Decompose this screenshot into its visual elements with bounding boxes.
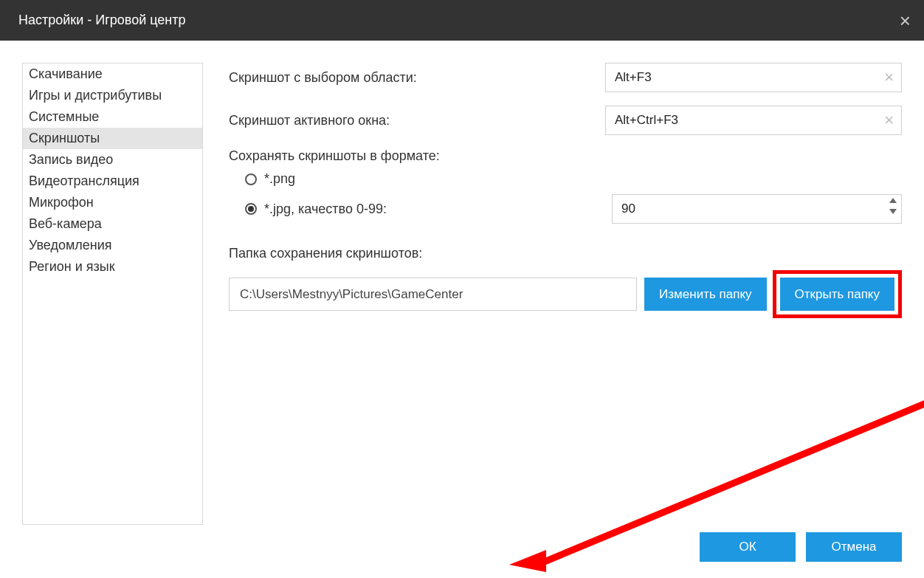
radio-png[interactable] [245, 173, 257, 185]
open-folder-button[interactable]: Открыть папку [780, 278, 894, 311]
spinner-down-icon[interactable] [889, 209, 897, 214]
label-format: Сохранять скриншоты в формате: [229, 148, 902, 164]
row-hotkey-area: Скриншот с выбором области: Alt+F3 × [229, 63, 902, 92]
ok-button[interactable]: ОК [700, 532, 796, 562]
main-panel: Скриншот с выбором области: Alt+F3 × Скр… [203, 63, 902, 578]
settings-window: Настройки - Игровой центр × Скачивание И… [0, 0, 924, 578]
label-folder: Папка сохранения скриншотов: [229, 246, 902, 261]
sidebar-item-region-language[interactable]: Регион и язык [23, 256, 202, 278]
folder-path-value: C:\Users\Mestnyy\Pictures\GameCenter [240, 287, 463, 302]
hotkey-area-value: Alt+F3 [615, 70, 652, 85]
sidebar-item-video-record[interactable]: Запись видео [23, 149, 202, 171]
row-hotkey-window: Скриншот активного окна: Alt+Ctrl+F3 × [229, 106, 902, 135]
row-format-png: *.png [229, 171, 902, 187]
radio-png-label: *.png [264, 171, 295, 187]
clear-icon[interactable]: × [884, 69, 894, 86]
close-icon[interactable]: × [900, 11, 911, 30]
radio-jpg-label: *.jpg, качество 0-99: [264, 202, 387, 217]
label-hotkey-area: Скриншот с выбором области: [229, 70, 605, 86]
sidebar-item-notifications[interactable]: Уведомления [23, 235, 202, 256]
sidebar-item-download[interactable]: Скачивание [23, 63, 202, 85]
sidebar-item-games[interactable]: Игры и дистрибутивы [23, 85, 202, 106]
sidebar-item-streaming[interactable]: Видеотрансляция [23, 171, 202, 192]
sidebar-item-screenshots[interactable]: Скриншоты [23, 128, 202, 149]
spinner-arrows [889, 198, 897, 214]
footer: ОК Отмена [700, 532, 902, 562]
highlight-frame: Открыть папку [773, 270, 902, 318]
sidebar-item-microphone[interactable]: Микрофон [23, 192, 202, 213]
titlebar: Настройки - Игровой центр × [0, 0, 924, 41]
input-hotkey-area[interactable]: Alt+F3 × [605, 63, 902, 92]
sidebar-item-system[interactable]: Системные [23, 106, 202, 128]
spinner-up-icon[interactable] [889, 198, 897, 203]
label-hotkey-window: Скриншот активного окна: [229, 113, 605, 128]
row-format-jpg: *.jpg, качество 0-99: 90 [229, 194, 902, 224]
radio-jpg[interactable] [245, 203, 257, 215]
folder-path-input[interactable]: C:\Users\Mestnyy\Pictures\GameCenter [229, 278, 637, 311]
body: Скачивание Игры и дистрибутивы Системные… [0, 41, 924, 578]
clear-icon[interactable]: × [884, 112, 894, 128]
sidebar: Скачивание Игры и дистрибутивы Системные… [22, 63, 203, 525]
quality-spinner[interactable]: 90 [612, 194, 902, 224]
window-title: Настройки - Игровой центр [18, 13, 186, 28]
input-hotkey-window[interactable]: Alt+Ctrl+F3 × [605, 106, 902, 135]
cancel-button[interactable]: Отмена [806, 532, 902, 562]
row-folder: C:\Users\Mestnyy\Pictures\GameCenter Изм… [229, 270, 902, 318]
change-folder-button[interactable]: Изменить папку [644, 278, 766, 311]
hotkey-window-value: Alt+Ctrl+F3 [615, 113, 678, 128]
quality-value: 90 [621, 202, 635, 216]
sidebar-item-webcam[interactable]: Веб-камера [23, 213, 202, 235]
